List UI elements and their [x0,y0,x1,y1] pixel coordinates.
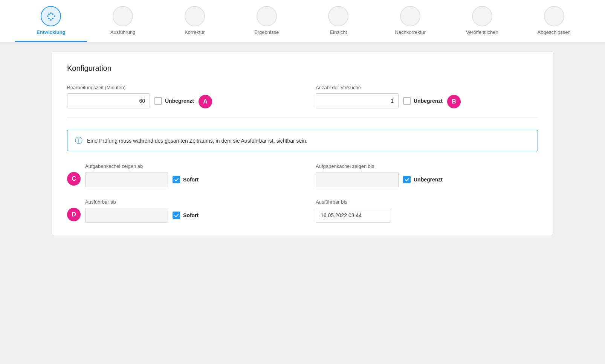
sofort-d-group: Sofort [173,208,199,223]
unbegrenzt-right-group: Unbegrenzt [403,172,443,187]
nav-label-nachkorrektur: Nachkorrektur [395,29,426,35]
divider-1 [67,117,538,118]
versuche-group: Anzahl der Versuche Unbegrenzt B [316,85,538,108]
ausfuehrbar-ab-label: Ausführbar ab [85,199,168,205]
versuche-input[interactable] [316,93,399,108]
unbegrenzt-b-group: Unbegrenzt [403,93,443,108]
bearbeitungszeit-input[interactable] [67,93,150,108]
aufgaben-bis-input[interactable] [316,172,399,187]
bearbeitungszeit-input-group: Bearbeitungszeit (Minuten) [67,85,150,108]
aufgaben-row: C Aufgabenkachel zeigen ab Sofort [67,163,538,187]
ausfuehrbar-bis-input-group: Ausführbar bis [316,199,391,223]
nav-step-ergebnisse[interactable]: Ergebnisse [231,6,302,42]
sofort-c-label: Sofort [183,177,199,183]
info-text: Eine Prüfung muss während des gesamten Z… [87,138,307,144]
config-title: Konfiguration [67,64,538,73]
aufgaben-ab-group: C Aufgabenkachel zeigen ab Sofort [67,163,301,187]
nav-label-einsicht: Einsicht [330,29,347,35]
ausfuehrbar-ab-input-group: Ausführbar ab [85,199,168,223]
nav-label-entwicklung: Entwicklung [37,29,66,35]
bearbeitungszeit-label: Bearbeitungszeit (Minuten) [67,85,150,90]
versuche-label: Anzahl der Versuche [316,85,399,90]
ausfuehrbar-bis-input[interactable] [316,208,391,223]
bearbeitungszeit-group: Bearbeitungszeit (Minuten) Unbegrenzt A [67,85,301,108]
nav-circle-einsicht [328,6,348,26]
badge-d: D [67,208,81,221]
aufgaben-zeigen-bis-label: Aufgabenkachel zeigen bis [316,163,399,169]
info-icon: ⓘ [75,136,82,146]
nav-circle-ergebnisse [257,6,277,26]
aufgaben-zeigen-ab-label: Aufgabenkachel zeigen ab [85,163,168,169]
aufgaben-ab-input[interactable] [85,172,168,187]
nav-step-abgeschlossen[interactable]: Abgeschlossen [518,6,590,42]
nav-circle-korrektur [185,6,205,26]
nav-circle-ausfuehrung [113,6,133,26]
nav-circle-nachkorrektur [400,6,420,26]
sofort-d-label: Sofort [183,212,199,218]
nav-label-abgeschlossen: Abgeschlossen [538,29,571,35]
top-nav: EntwicklungAusführungKorrekturErgebnisse… [0,0,605,43]
unbegrenzt-b-checkbox[interactable] [403,97,411,105]
nav-circle-entwicklung [41,6,61,26]
ausfuehrbar-ab-input[interactable] [85,208,168,223]
versuche-input-group: Anzahl der Versuche [316,85,399,108]
ausfuehrbar-bis-label: Ausführbar bis [316,199,391,205]
nav-label-korrektur: Korrektur [185,29,205,35]
form-row-time-attempts: Bearbeitungszeit (Minuten) Unbegrenzt A … [67,85,538,108]
sofort-d-checkbox[interactable] [173,212,180,219]
aufgaben-bis-group: Aufgabenkachel zeigen bis Unbegrenzt [316,163,538,187]
ausfuehrbar-cols: D Ausführbar ab Sofort [67,199,538,223]
ausfuehrbar-ab-group: D Ausführbar ab Sofort [67,199,301,223]
nav-step-nachkorrektur[interactable]: Nachkorrektur [374,6,446,42]
unbegrenzt-right-label: Unbegrenzt [414,177,443,183]
nav-label-ausfuehrung: Ausführung [110,29,136,35]
unbegrenzt-a-group: Unbegrenzt [154,93,194,108]
unbegrenzt-a-checkbox[interactable] [154,97,162,105]
nav-label-veroeffentlichen: Veröffentlichen [466,29,498,35]
badge-c: C [67,172,81,186]
nav-step-korrektur[interactable]: Korrektur [159,6,231,42]
unbegrenzt-b-label: Unbegrenzt [414,98,443,104]
nav-step-veroeffentlichen[interactable]: Veröffentlichen [446,6,518,42]
badge-b: B [447,95,461,108]
aufgaben-bis-input-group: Aufgabenkachel zeigen bis [316,163,399,187]
sofort-c-checkbox[interactable] [173,176,180,183]
nav-circle-abgeschlossen [544,6,564,26]
ausfuehrbar-row: D Ausführbar ab Sofort [67,199,538,223]
unbegrenzt-right-checkbox[interactable] [403,176,411,183]
nav-step-einsicht[interactable]: Einsicht [302,6,374,42]
ausfuehrbar-bis-group: Ausführbar bis [316,199,538,223]
nav-circle-veroeffentlichen [472,6,492,26]
badge-a: A [199,95,212,108]
config-card: Konfiguration Bearbeitungszeit (Minuten)… [52,52,553,235]
nav-label-ergebnisse: Ergebnisse [254,29,279,35]
unbegrenzt-a-label: Unbegrenzt [165,98,194,104]
aufgaben-ab-input-group: Aufgabenkachel zeigen ab [85,163,168,187]
sofort-c-group: Sofort [173,172,199,187]
nav-step-ausfuehrung[interactable]: Ausführung [87,6,159,42]
aufgaben-cols: C Aufgabenkachel zeigen ab Sofort [67,163,538,187]
nav-step-entwicklung[interactable]: Entwicklung [15,6,87,42]
info-box: ⓘ Eine Prüfung muss während des gesamten… [67,130,538,151]
